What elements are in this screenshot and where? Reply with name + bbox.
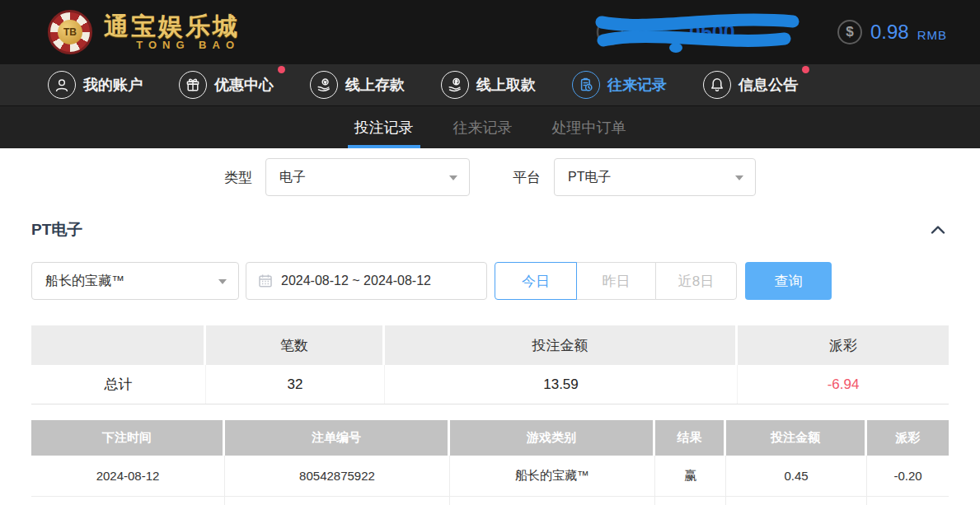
section-title: PT电子 bbox=[31, 219, 82, 241]
wallet-balance[interactable]: $ 0.98 RMB bbox=[837, 20, 947, 44]
quick-range-buttons: 今日 昨日 近8日 bbox=[495, 262, 737, 300]
chevron-down-icon bbox=[218, 279, 227, 284]
nav-item-my-account[interactable]: 我的账户 bbox=[48, 71, 154, 99]
tab-bet-records[interactable]: 投注记录 bbox=[353, 106, 415, 148]
chip-monogram: TB bbox=[58, 20, 82, 44]
content: 类型 电子 平台 PT电子 PT电子 bbox=[0, 148, 980, 505]
casino-chip-icon: TB bbox=[48, 10, 92, 54]
summary-bet-amount-value: 13.59 bbox=[385, 365, 738, 404]
bet-amount: 0.45 bbox=[726, 456, 867, 496]
summary-header-row: 笔数 投注金额 派彩 bbox=[31, 325, 949, 365]
summary-header-bet-amount: 投注金额 bbox=[385, 325, 738, 365]
summary-header-count: 笔数 bbox=[206, 325, 385, 365]
summary-header-payout: 派彩 bbox=[738, 325, 949, 365]
page: TB 通宝娱乐城 TONG BAO 0500 $ 0.98 RMB bbox=[0, 0, 980, 505]
date-range-value: 2024-08-12 ~ 2024-08-12 bbox=[281, 274, 431, 288]
withdraw-icon bbox=[441, 71, 469, 99]
bell-icon bbox=[703, 71, 731, 99]
balance-area: 0500 $ 0.98 RMB bbox=[593, 9, 947, 55]
range-today-button[interactable]: 今日 bbox=[495, 262, 577, 300]
platform-filter-group: 平台 PT电子 bbox=[513, 158, 756, 196]
notification-dot bbox=[802, 66, 809, 73]
summary-table: 笔数 投注金额 派彩 总计 32 13.59 -6.94 bbox=[31, 325, 949, 404]
summary-total-label: 总计 bbox=[31, 365, 206, 404]
platform-select[interactable]: PT电子 bbox=[554, 158, 756, 196]
gift-icon bbox=[179, 71, 207, 99]
deposit-icon bbox=[310, 71, 338, 99]
platform-label: 平台 bbox=[513, 168, 541, 187]
section-header: PT电子 bbox=[31, 217, 949, 242]
summary-payout-value: -6.94 bbox=[738, 365, 949, 404]
detail-header-time: 下注时间 bbox=[31, 420, 225, 456]
detail-header-result: 结果 bbox=[655, 420, 726, 456]
main-nav: 我的账户 优惠中心 线上存款 线上取款 往来记录 bbox=[0, 64, 980, 105]
platform-select-value: PT电子 bbox=[568, 169, 611, 186]
date-range-picker[interactable]: 2024-08-12 ~ 2024-08-12 bbox=[246, 262, 487, 300]
chevron-up-icon bbox=[931, 226, 945, 234]
nav-item-deposit[interactable]: 线上存款 bbox=[310, 71, 416, 99]
chevron-down-icon bbox=[735, 175, 743, 180]
site-subtitle: TONG BAO bbox=[104, 40, 240, 51]
collapse-section-button[interactable] bbox=[927, 222, 949, 237]
type-filter-group: 类型 电子 bbox=[224, 158, 470, 196]
search-button[interactable]: 查询 bbox=[745, 262, 832, 300]
redacted-username: 0500 bbox=[593, 9, 799, 55]
nav-label: 线上取款 bbox=[476, 75, 536, 95]
nav-item-withdraw[interactable]: 线上取款 bbox=[441, 71, 547, 99]
balance-amount: 0.98 bbox=[870, 21, 909, 44]
detail-header-bet: 投注金额 bbox=[726, 420, 867, 456]
table-row-partial bbox=[31, 497, 949, 505]
result: 赢 bbox=[655, 456, 726, 496]
record-tabbar: 投注记录 往来记录 处理中订单 bbox=[0, 105, 980, 148]
game-name: 船长的宝藏™ bbox=[450, 456, 655, 496]
nav-label: 线上存款 bbox=[345, 75, 405, 95]
bet-time: 2024-08-12 bbox=[31, 456, 225, 496]
detail-header-payout: 派彩 bbox=[867, 420, 949, 456]
type-label: 类型 bbox=[224, 168, 252, 187]
logo-text: 通宝娱乐城 TONG BAO bbox=[104, 13, 240, 51]
nav-label: 信息公告 bbox=[739, 75, 798, 95]
detail-header-row: 下注时间 注单编号 游戏类别 结果 投注金额 派彩 bbox=[31, 420, 949, 456]
detail-header-order-id: 注单编号 bbox=[225, 420, 450, 456]
records-icon bbox=[572, 71, 600, 99]
range-last8days-button[interactable]: 近8日 bbox=[655, 262, 737, 300]
chevron-down-icon bbox=[449, 175, 457, 180]
game-select-value: 船长的宝藏™ bbox=[45, 273, 124, 290]
range-yesterday-button[interactable]: 昨日 bbox=[576, 262, 656, 300]
nav-item-promotions[interactable]: 优惠中心 bbox=[179, 71, 285, 99]
dollar-icon: $ bbox=[837, 20, 862, 44]
redaction-scribble: 0500 bbox=[593, 9, 799, 55]
user-icon bbox=[48, 71, 76, 99]
filter-row: 类型 电子 平台 PT电子 bbox=[31, 158, 949, 196]
top-header: TB 通宝娱乐城 TONG BAO 0500 $ 0.98 RMB bbox=[0, 0, 980, 64]
nav-item-records[interactable]: 往来记录 bbox=[572, 71, 678, 99]
order-id: 80542875922 bbox=[225, 456, 450, 496]
tab-transaction-records[interactable]: 往来记录 bbox=[452, 106, 514, 148]
table-row: 2024-08-12 80542875922 船长的宝藏™ 赢 0.45 -0.… bbox=[31, 456, 949, 497]
summary-header-blank bbox=[31, 325, 206, 365]
site-title: 通宝娱乐城 bbox=[104, 13, 240, 40]
controls-row: 船长的宝藏™ 2024-08-12 ~ 2024-08-12 今日 昨日 近8日… bbox=[31, 262, 949, 300]
type-select-value: 电子 bbox=[279, 169, 306, 186]
calendar-icon bbox=[258, 274, 273, 288]
type-select[interactable]: 电子 bbox=[265, 158, 470, 196]
summary-total-row: 总计 32 13.59 -6.94 bbox=[31, 365, 949, 404]
balance-currency: RMB bbox=[917, 23, 947, 42]
nav-label: 往来记录 bbox=[607, 75, 667, 95]
nav-label: 我的账户 bbox=[83, 75, 143, 95]
summary-count-value: 32 bbox=[206, 365, 385, 404]
nav-label: 优惠中心 bbox=[214, 75, 274, 95]
detail-table: 下注时间 注单编号 游戏类别 结果 投注金额 派彩 2024-08-12 805… bbox=[31, 420, 949, 505]
payout: -0.20 bbox=[867, 456, 949, 496]
detail-header-game: 游戏类别 bbox=[450, 420, 655, 456]
notification-dot bbox=[278, 66, 285, 73]
nav-item-announcements[interactable]: 信息公告 bbox=[703, 71, 809, 99]
game-select[interactable]: 船长的宝藏™ bbox=[31, 262, 239, 300]
tab-pending-orders[interactable]: 处理中订单 bbox=[551, 106, 628, 148]
site-logo[interactable]: TB 通宝娱乐城 TONG BAO bbox=[48, 10, 240, 54]
